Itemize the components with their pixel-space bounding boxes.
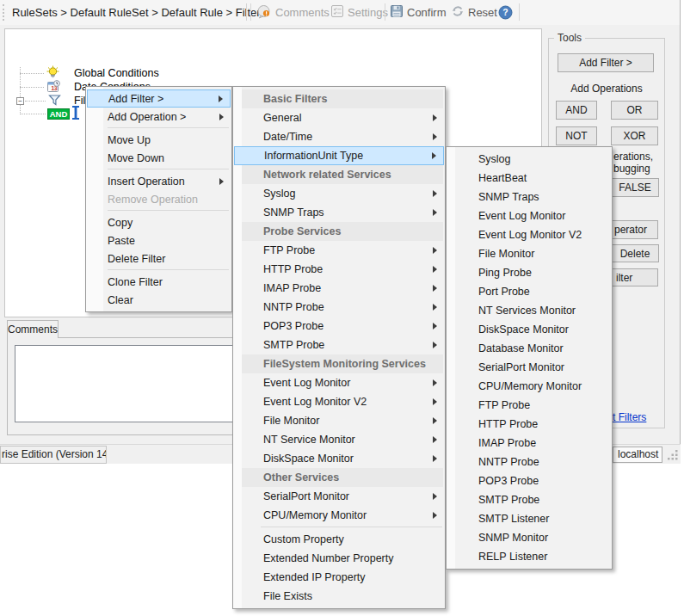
menu-item-ftp-probe[interactable]: FTP Probe	[233, 241, 445, 260]
menu-item-port-probe[interactable]: Port Probe	[447, 282, 612, 301]
menu-item-informationunit-type[interactable]: InformationUnit Type	[234, 146, 444, 165]
settings-toolbar-button[interactable]: Settings	[348, 6, 388, 19]
menu-item-label: File Exists	[263, 590, 312, 602]
menu-item-imap-probe[interactable]: IMAP Probe	[233, 279, 445, 298]
menu-item-diskspace-monitor[interactable]: DiskSpace Monitor	[447, 320, 612, 339]
menu-item-remove-operation[interactable]: Remove Operation	[86, 190, 231, 208]
menu-item-nntp-probe[interactable]: NNTP Probe	[233, 298, 445, 317]
menu-item-pop3-probe[interactable]: POP3 Probe	[233, 317, 445, 336]
submenu-arrow-icon	[433, 417, 437, 424]
menu-item-extended-ip-property[interactable]: Extended IP Property	[233, 568, 445, 587]
menu-item-nt-service-monitor[interactable]: NT Service Monitor	[233, 430, 445, 449]
menu-item-cpu-memory-monitor[interactable]: CPU/Memory Monitor	[447, 377, 612, 396]
help-icon[interactable]: ?	[498, 5, 513, 20]
toolbar-separator	[519, 3, 520, 21]
menu-item-label: Extended Number Property	[263, 552, 393, 564]
special-operations-note: erations, bugging	[613, 151, 662, 175]
menu-item-label: Insert Operation	[108, 176, 185, 188]
menu-item-event-log-monitor[interactable]: Event Log Monitor	[233, 373, 445, 392]
menu-item-add-filter[interactable]: Add Filter >	[87, 89, 231, 108]
menu-item-file-exists[interactable]: File Exists	[233, 587, 445, 606]
context-menu: Add Filter >Add Operation >Move UpMove D…	[85, 86, 232, 312]
not-button[interactable]: NOT	[556, 126, 597, 145]
menu-item-nt-services-monitor[interactable]: NT Services Monitor	[447, 301, 612, 320]
menu-item-custom-property[interactable]: Custom Property	[233, 530, 445, 549]
menu-item-label: Syslog	[478, 153, 511, 165]
menu-item-event-log-monitor[interactable]: Event Log Monitor	[447, 206, 612, 225]
menu-item-move-up[interactable]: Move Up	[86, 131, 231, 149]
menu-item-move-down[interactable]: Move Down	[86, 149, 231, 167]
toolbar-separator	[385, 3, 385, 21]
tree-connector	[20, 114, 46, 114]
menu-item-event-log-monitor-v2[interactable]: Event Log Monitor V2	[447, 225, 612, 244]
menu-item-snmp-traps[interactable]: SNMP Traps	[447, 188, 612, 206]
menu-item-nntp-probe[interactable]: NNTP Probe	[447, 453, 612, 471]
menu-item-label: Event Log Monitor	[263, 377, 350, 389]
menu-separator	[108, 127, 229, 128]
tree-connector	[20, 67, 21, 114]
breadcrumb: RuleSets > Default RuleSet > Default Rul…	[12, 6, 266, 19]
add-filter-submenu: Basic FiltersGeneralDate/TimeInformation…	[232, 86, 446, 609]
delete-button[interactable]: Delete	[611, 244, 659, 262]
menu-group-header-network-related-services: Network related Services	[242, 165, 443, 184]
menu-item-snmp-traps[interactable]: SNMP Traps	[233, 203, 445, 222]
menu-item-syslog[interactable]: Syslog	[447, 150, 612, 169]
menu-item-snmp-monitor[interactable]: SNMP Monitor	[447, 528, 612, 547]
menu-item-date-time[interactable]: Date/Time	[233, 127, 445, 146]
menu-item-event-log-monitor-v2[interactable]: Event Log Monitor V2	[233, 392, 445, 411]
menu-item-file-monitor[interactable]: File Monitor	[233, 411, 445, 430]
tree-connector	[20, 87, 44, 88]
menu-item-relp-listener[interactable]: RELP Listener	[447, 547, 612, 566]
submenu-arrow-icon	[433, 304, 437, 311]
menu-item-label: SMTP Probe	[478, 494, 539, 506]
add-filter-button[interactable]: Add Filter >	[558, 53, 654, 72]
menu-item-smtp-probe[interactable]: SMTP Probe	[447, 490, 612, 509]
menu-item-paste[interactable]: Paste	[86, 231, 231, 249]
menu-item-pop3-probe[interactable]: POP3 Probe	[447, 471, 612, 490]
menu-item-serialport-monitor[interactable]: SerialPort Monitor	[447, 358, 612, 377]
menu-item-http-probe[interactable]: HTTP Probe	[233, 260, 445, 279]
comments-toolbar-button[interactable]: Comments	[275, 6, 330, 19]
menu-item-heartbeat[interactable]: HeartBeat	[447, 169, 612, 188]
menu-item-general[interactable]: General	[233, 108, 445, 127]
tree-expander-minus[interactable]: −	[16, 97, 24, 105]
menu-item-label: DiskSpace Monitor	[478, 323, 569, 336]
menu-item-add-operation[interactable]: Add Operation >	[86, 108, 231, 126]
menu-item-cpu-memory-monitor[interactable]: CPU/Memory Monitor	[233, 506, 445, 525]
menu-separator	[261, 527, 442, 527]
menu-item-clear[interactable]: Clear	[86, 291, 231, 309]
filter-button-label: ilter	[616, 269, 632, 286]
xor-button[interactable]: XOR	[611, 126, 658, 145]
menu-item-copy[interactable]: Copy	[86, 213, 231, 231]
toolbar-grip	[3, 4, 5, 21]
menu-item-database-monitor[interactable]: Database Monitor	[447, 339, 612, 358]
menu-item-serialport-monitor[interactable]: SerialPort Monitor	[233, 487, 445, 506]
menu-item-ftp-probe[interactable]: FTP Probe	[447, 396, 612, 415]
menu-item-insert-operation[interactable]: Insert Operation	[86, 172, 231, 190]
menu-item-delete-filter[interactable]: Delete Filter	[86, 249, 231, 268]
tools-groupbox-title: Tools	[554, 32, 585, 44]
menu-item-ping-probe[interactable]: Ping Probe	[447, 263, 612, 282]
comments-tab[interactable]: Comments	[7, 320, 59, 338]
and-operator-node[interactable]: AND	[47, 108, 70, 120]
menu-item-smtp-probe[interactable]: SMTP Probe	[233, 336, 445, 354]
menu-item-http-probe[interactable]: HTTP Probe	[447, 415, 612, 434]
or-button[interactable]: OR	[611, 101, 658, 120]
menu-item-imap-probe[interactable]: IMAP Probe	[447, 434, 612, 453]
save-icon	[390, 4, 404, 18]
menu-item-file-monitor[interactable]: File Monitor	[447, 244, 612, 263]
menu-item-diskspace-monitor[interactable]: DiskSpace Monitor	[233, 449, 445, 468]
menu-item-clone-filter[interactable]: Clone Filter	[86, 273, 231, 291]
submenu-arrow-icon	[433, 133, 437, 140]
and-button[interactable]: AND	[556, 101, 597, 120]
menu-item-label: SerialPort Monitor	[478, 361, 564, 373]
menu-item-smtp-listener[interactable]: SMTP Listener	[447, 509, 612, 528]
reset-toolbar-button[interactable]: Reset	[468, 6, 497, 19]
tree-item-global-conditions[interactable]: Global Conditions	[74, 67, 159, 79]
menu-item-extended-number-property[interactable]: Extended Number Property	[233, 549, 445, 568]
false-button[interactable]: FALSE	[611, 178, 659, 197]
resize-grip[interactable]	[666, 448, 679, 465]
about-filters-link[interactable]: t Filters	[613, 411, 646, 423]
menu-item-syslog[interactable]: Syslog	[233, 184, 445, 203]
confirm-toolbar-button[interactable]: Confirm	[407, 6, 447, 19]
